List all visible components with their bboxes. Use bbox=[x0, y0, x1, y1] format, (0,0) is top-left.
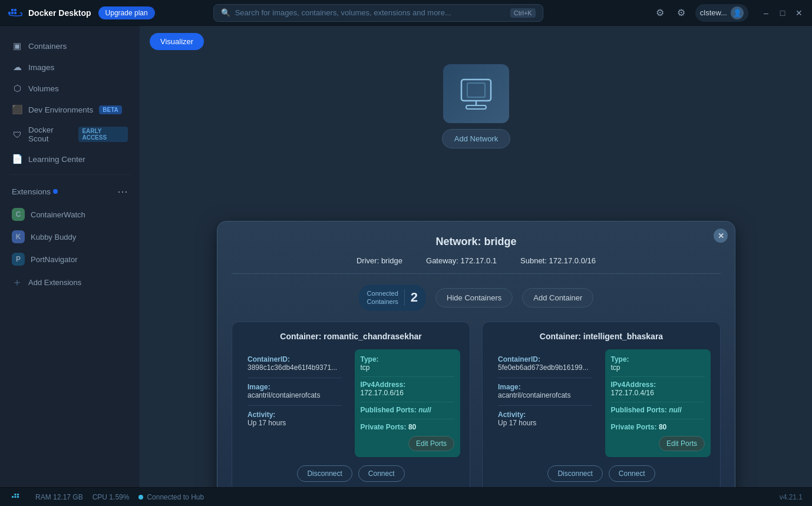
network-icon-box bbox=[443, 64, 509, 123]
published-label: Published Ports: null bbox=[611, 406, 705, 414]
activity-value: Up 17 hours bbox=[247, 419, 342, 427]
add-container-button[interactable]: Add Container bbox=[522, 288, 593, 307]
upgrade-button[interactable]: Upgrade plan bbox=[98, 6, 155, 19]
early-access-badge: EARLY ACCESS bbox=[78, 127, 128, 142]
containerwatch-avatar: C bbox=[12, 208, 25, 221]
info-divider bbox=[247, 405, 342, 406]
window-controls: – □ ✕ bbox=[760, 7, 805, 19]
close-bridge-button[interactable]: ✕ bbox=[714, 229, 728, 243]
extensions-icon[interactable]: ⚙ bbox=[653, 6, 667, 20]
extensions-header[interactable]: Extensions ⋯ bbox=[0, 180, 140, 203]
info-divider bbox=[498, 405, 592, 406]
container-network-info-1: Type: tcp IPv4Address: 172.17.0.6/16 bbox=[355, 349, 461, 457]
sidebar-item-containers[interactable]: ▣ Containers bbox=[0, 35, 140, 57]
image-label: Image: bbox=[498, 383, 592, 391]
connect-button-1[interactable]: Connect bbox=[358, 465, 405, 482]
sidebar-item-label: Images bbox=[28, 63, 54, 72]
published-value: null bbox=[669, 406, 681, 414]
hide-containers-button[interactable]: Hide Containers bbox=[435, 288, 513, 307]
close-button[interactable]: ✕ bbox=[793, 7, 805, 19]
more-options-icon[interactable]: ⋯ bbox=[117, 185, 128, 198]
type-label: Type: bbox=[611, 355, 705, 363]
type-value: tcp bbox=[611, 363, 705, 372]
badge-divider bbox=[404, 289, 405, 306]
add-network-button[interactable]: Add Network bbox=[442, 129, 510, 148]
svg-rect-7 bbox=[467, 83, 485, 97]
containers-icon: ▣ bbox=[12, 41, 22, 51]
published-label: Published Ports: null bbox=[361, 406, 455, 414]
username: clstew... bbox=[700, 8, 727, 17]
user-badge[interactable]: clstew... 👤 bbox=[695, 4, 748, 22]
net-divider bbox=[611, 376, 705, 377]
sidebar-item-volumes[interactable]: ⬡ Volumes bbox=[0, 78, 140, 99]
sidebar-item-kubby-buddy[interactable]: K Kubby Buddy bbox=[0, 226, 140, 248]
container-body-1: ContainerID: 3898c1c36db4e61f4b9371... I… bbox=[242, 349, 460, 457]
sidebar-item-learning-center[interactable]: 📄 Learning Center bbox=[0, 148, 140, 170]
kubby-buddy-avatar: K bbox=[12, 230, 25, 243]
image-row: Image: acantril/containerofcats bbox=[498, 383, 592, 399]
containers-row: Container: romantic_chandrasekhar Contai… bbox=[232, 322, 721, 487]
edit-ports-button-1[interactable]: Edit Ports bbox=[408, 436, 454, 451]
images-icon: ☁ bbox=[12, 62, 22, 72]
ipv4-label: IPv4Address: bbox=[361, 381, 455, 389]
maximize-button[interactable]: □ bbox=[777, 7, 788, 19]
docker-icon bbox=[7, 7, 24, 19]
extensions-label: Extensions bbox=[12, 187, 51, 196]
image-value: acantril/containerofcats bbox=[498, 391, 592, 399]
edit-ports-button-2[interactable]: Edit Ports bbox=[659, 436, 705, 451]
sidebar-item-label: Containers bbox=[28, 42, 67, 51]
sidebar-item-containerwatch[interactable]: C ContainerWatch bbox=[0, 203, 140, 226]
search-icon: 🔍 bbox=[221, 8, 230, 17]
connection-dot bbox=[138, 495, 143, 500]
info-divider bbox=[247, 378, 342, 378]
sidebar-item-label: Learning Center bbox=[28, 155, 85, 164]
add-icon: ＋ bbox=[12, 275, 22, 289]
subnet-value: 172.17.0.0/16 bbox=[549, 256, 596, 265]
add-extensions[interactable]: ＋ Add Extensions bbox=[0, 270, 140, 294]
type-label: Type: bbox=[361, 355, 455, 363]
connected-containers-badge: ConnectedContainers 2 bbox=[359, 285, 426, 311]
sidebar-item-docker-scout[interactable]: 🛡 Docker Scout EARLY ACCESS bbox=[0, 120, 140, 148]
settings-icon[interactable]: ⚙ bbox=[674, 6, 688, 20]
sidebar-item-label: Docker Scout bbox=[28, 125, 72, 143]
app-logo: Docker Desktop bbox=[7, 7, 91, 19]
docker-scout-icon: 🛡 bbox=[12, 129, 22, 140]
container-title-2: Container: intelligent_bhaskara bbox=[492, 332, 711, 341]
ipv4-value: 172.17.0.6/16 bbox=[361, 389, 455, 397]
connected-containers-label: ConnectedContainers bbox=[367, 289, 398, 306]
content-area: Visualizer Add Network ✕ Network: bri bbox=[140, 26, 812, 487]
avatar: 👤 bbox=[731, 6, 744, 19]
connect-button-2[interactable]: Connect bbox=[609, 465, 655, 482]
sidebar-item-label: Volumes bbox=[28, 84, 59, 93]
container-info-1: ContainerID: 3898c1c36db4e61f4b9371... I… bbox=[242, 349, 348, 457]
net-divider bbox=[361, 376, 455, 377]
canvas-area: Add Network ✕ Network: bridge Driver: br… bbox=[140, 50, 812, 487]
svg-rect-12 bbox=[17, 496, 19, 498]
type-value: tcp bbox=[361, 363, 455, 372]
sidebar-item-portnavigator[interactable]: P PortNavigator bbox=[0, 248, 140, 270]
svg-rect-2 bbox=[14, 12, 16, 14]
search-bar[interactable]: 🔍 Search for images, containers, volumes… bbox=[213, 4, 543, 22]
bridge-title: Network: bridge bbox=[232, 236, 721, 248]
bridge-panel: ✕ Network: bridge Driver: bridge Gateway… bbox=[217, 221, 735, 487]
tab-visualizer[interactable]: Visualizer bbox=[150, 33, 204, 50]
gateway-label: Gateway: bbox=[426, 256, 458, 265]
titlebar: Docker Desktop Upgrade plan 🔍 Search for… bbox=[0, 0, 812, 26]
ext-label: Kubby Buddy bbox=[31, 233, 76, 242]
activity-label: Activity: bbox=[247, 411, 342, 419]
driver-label: Driver: bbox=[357, 256, 379, 265]
connected-count: 2 bbox=[411, 290, 418, 305]
volumes-icon: ⬡ bbox=[12, 83, 22, 94]
private-label: Private Ports: 80 bbox=[361, 423, 455, 431]
container-id-row: ContainerID: 5fe0eb6ad673edb9b16199... bbox=[498, 355, 592, 372]
minimize-button[interactable]: – bbox=[760, 7, 772, 19]
net-divider bbox=[611, 402, 705, 402]
disconnect-button-1[interactable]: Disconnect bbox=[297, 465, 352, 482]
sidebar-item-images[interactable]: ☁ Images bbox=[0, 57, 140, 78]
container-title-1: Container: romantic_chandrasekhar bbox=[242, 332, 460, 341]
disconnect-button-2[interactable]: Disconnect bbox=[547, 465, 602, 482]
sidebar-item-dev-environments[interactable]: ⬛ Dev Environments BETA bbox=[0, 99, 140, 120]
statusbar: RAM 12.17 GB CPU 1.59% Connected to Hub … bbox=[0, 487, 812, 506]
search-placeholder: Search for images, containers, volumes, … bbox=[235, 8, 451, 17]
private-row: Private Ports: 80 bbox=[611, 423, 705, 431]
